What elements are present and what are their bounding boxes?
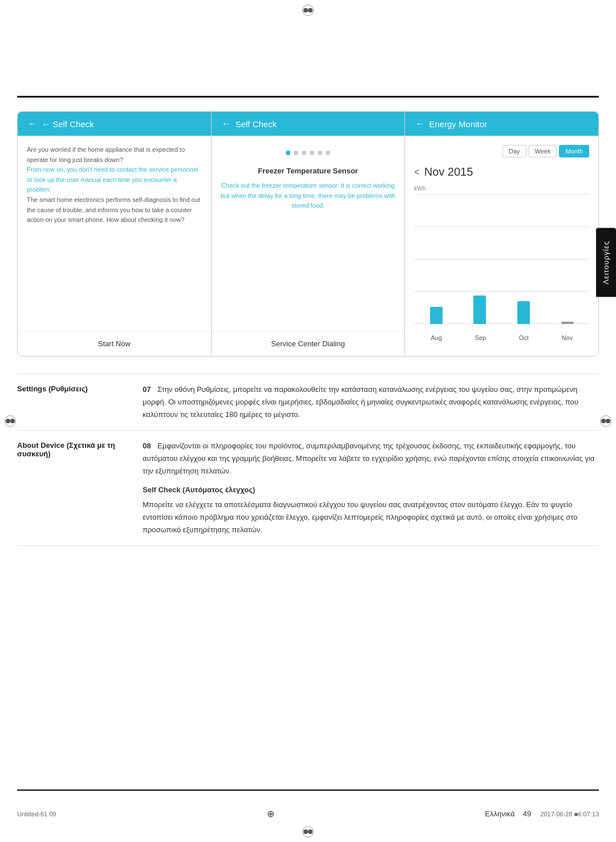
dot-6 bbox=[326, 151, 330, 155]
bar-sep bbox=[473, 295, 486, 324]
bar-sep-fill bbox=[473, 295, 486, 324]
dot-1 bbox=[286, 151, 290, 155]
panel2-header: ← Self Check bbox=[212, 112, 405, 136]
label-nov: Nov bbox=[562, 334, 573, 341]
panel1-footer: Start Now bbox=[18, 331, 211, 356]
panel1-plain-text: Are you worried if the home appliance th… bbox=[27, 146, 185, 163]
footer-page-number: 49 bbox=[523, 809, 531, 818]
bar-oct bbox=[517, 301, 530, 324]
progress-dots bbox=[221, 151, 396, 155]
tab-week[interactable]: Week bbox=[529, 145, 557, 157]
kwh-label: kWh bbox=[414, 185, 589, 192]
panel1-header: ← ← Self Check bbox=[18, 112, 211, 136]
tab-month[interactable]: Month bbox=[559, 145, 589, 157]
grid-line-1 bbox=[414, 194, 589, 195]
dot-4 bbox=[310, 151, 314, 155]
back-arrow-icon2[interactable]: ← bbox=[222, 119, 231, 129]
back-arrow-icon3[interactable]: ← bbox=[415, 119, 424, 129]
month-navigator: < Nov 2015 bbox=[414, 165, 589, 179]
main-content: ← ← Self Check Are you worried if the ho… bbox=[17, 111, 599, 728]
panel2-body: Freezer Temperature Sensor Check out the… bbox=[212, 136, 405, 331]
about-text-pre: Εμφανίζονται οι πληροφορίες του προϊόντο… bbox=[143, 442, 594, 475]
panel1-highlight-text: From now on, you don't need to contact t… bbox=[27, 166, 198, 193]
dot-5 bbox=[318, 151, 322, 155]
chart-x-labels: Aug Sep Oct Nov bbox=[414, 334, 589, 341]
label-aug: Aug bbox=[431, 334, 442, 341]
panel3-title: Energy Monitor bbox=[429, 119, 487, 129]
bottom-circle-mark bbox=[302, 826, 314, 837]
panel1-text: Are you worried if the home appliance th… bbox=[27, 145, 202, 225]
sensor-desc: Check out the freezer temperature sensor… bbox=[221, 181, 396, 211]
chart-bars-container bbox=[414, 256, 589, 324]
bar-oct-fill bbox=[517, 301, 530, 324]
panel-self-check-intro: ← ← Self Check Are you worried if the ho… bbox=[18, 112, 212, 356]
panel1-title: ← Self Check bbox=[42, 119, 94, 129]
left-circle-mark bbox=[5, 415, 16, 427]
settings-label: Settings (Ρυθμίσεις) bbox=[17, 383, 131, 421]
month-label: Nov 2015 bbox=[424, 165, 473, 179]
start-now-button[interactable]: Start Now bbox=[98, 339, 131, 348]
screenshot-card: ← ← Self Check Are you worried if the ho… bbox=[17, 111, 599, 357]
footer-center-symbol: ⊕ bbox=[267, 808, 274, 819]
footer: Untitled-61 09 ⊕ Ελληνικά 49 2017-06-28 … bbox=[17, 808, 599, 819]
top-circle-mark bbox=[302, 5, 314, 16]
footer-right: Ελληνικά 49 2017-06-28 ■6:07:13 bbox=[485, 809, 599, 818]
right-circle-mark bbox=[600, 415, 611, 427]
side-tab: Λειτουργίες bbox=[596, 228, 616, 297]
energy-chart: Aug Sep Oct Nov bbox=[414, 194, 589, 341]
sensor-title: Freezer Temperature Sensor bbox=[221, 167, 396, 175]
label-oct: Oct bbox=[519, 334, 529, 341]
panel-energy-monitor: ← Energy Monitor Day Week Month < Nov 20… bbox=[405, 112, 598, 356]
energy-view-tabs: Day Week Month bbox=[414, 145, 589, 157]
settings-content: 07 Στην οθόνη Ρυθμίσεις, μπορείτε να παρ… bbox=[143, 383, 599, 421]
back-arrow-icon[interactable]: ← bbox=[28, 119, 37, 129]
footer-date-text: 2017-06-28 ■6:07:13 bbox=[540, 811, 599, 817]
footer-language: Ελληνικά 49 bbox=[485, 809, 531, 818]
bar-nov-dash bbox=[561, 322, 574, 324]
panel3-body: Day Week Month < Nov 2015 kWh bbox=[405, 136, 598, 356]
about-content: 08 Εμφανίζονται οι πληροφορίες του προϊό… bbox=[143, 440, 599, 536]
top-divider bbox=[17, 96, 599, 98]
dot-3 bbox=[302, 151, 306, 155]
panel1-body: Are you worried if the home appliance th… bbox=[18, 136, 211, 331]
footer-lang-text: Ελληνικά bbox=[485, 809, 514, 818]
panel3-header: ← Energy Monitor bbox=[405, 112, 598, 136]
settings-number: 07 bbox=[143, 385, 151, 394]
settings-text: Στην οθόνη Ρυθμίσεις, μπορείτε να παρακο… bbox=[143, 385, 578, 419]
service-center-dialing-button[interactable]: Service Center Dialing bbox=[271, 339, 345, 348]
about-row: About Device (Σχετικά με τη συσκευή) 08 … bbox=[17, 431, 599, 546]
footer-left-text: Untitled-61 09 bbox=[17, 811, 56, 817]
bar-aug bbox=[430, 307, 443, 324]
side-tab-label: Λειτουργίες bbox=[602, 241, 610, 285]
about-label: About Device (Σχετικά με τη συσκευή) bbox=[17, 440, 131, 536]
prev-month-icon[interactable]: < bbox=[414, 167, 419, 177]
grid-line-2 bbox=[414, 226, 589, 227]
panel1-plain-text2: The smart home electronics performs self… bbox=[27, 196, 200, 223]
label-sep: Sep bbox=[475, 334, 486, 341]
about-text-post: Μπορείτε να ελέγχετε τα αποτελέσματα δια… bbox=[143, 500, 577, 534]
dot-2 bbox=[294, 151, 298, 155]
tab-day[interactable]: Day bbox=[502, 145, 526, 157]
panel2-title: Self Check bbox=[236, 119, 277, 129]
panel-self-check-sensor: ← Self Check Freezer Temperature Sensor … bbox=[212, 112, 406, 356]
settings-row: Settings (Ρυθμίσεις) 07 Στην οθόνη Ρυθμί… bbox=[17, 374, 599, 431]
self-check-bold-title: Self Check (Αυτόματος έλεγχος) bbox=[143, 484, 599, 496]
panel2-footer: Service Center Dialing bbox=[212, 331, 405, 356]
bar-nov bbox=[561, 322, 574, 324]
bottom-divider bbox=[17, 790, 599, 791]
about-number: 08 bbox=[143, 442, 151, 450]
instructions-section: Settings (Ρυθμίσεις) 07 Στην οθόνη Ρυθμί… bbox=[17, 374, 599, 546]
bar-aug-fill bbox=[430, 307, 443, 324]
